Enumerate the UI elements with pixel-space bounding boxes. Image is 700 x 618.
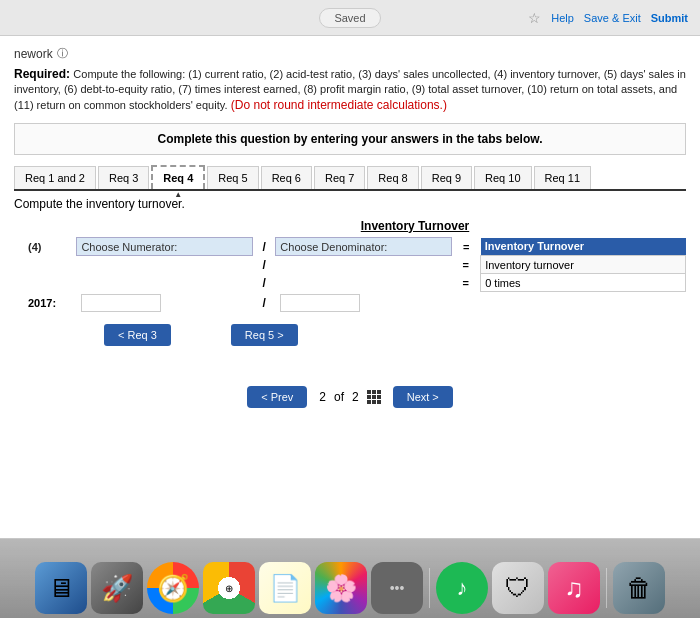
main-content: nework ⓘ Required: Compute the following… — [0, 36, 700, 538]
tab-req9[interactable]: Req 9 — [421, 166, 472, 189]
dock-safari[interactable]: 🧭 — [147, 562, 199, 614]
dock-launchpad[interactable]: 🚀 — [91, 562, 143, 614]
help-link[interactable]: Help — [551, 12, 574, 24]
equals-sign: = — [451, 238, 480, 256]
tab-req6[interactable]: Req 6 — [261, 166, 312, 189]
slash-year: / — [252, 292, 275, 314]
page-info: 2 of 2 — [319, 390, 380, 404]
result-unit: times — [494, 277, 520, 289]
page-of: of — [334, 390, 344, 404]
next-label: Next > — [407, 391, 439, 403]
req3-button[interactable]: < Req 3 — [104, 324, 171, 346]
inventory-section: Inventory Turnover (4) Choose Numerator:… — [24, 219, 686, 346]
tab-req7[interactable]: Req 7 — [314, 166, 365, 189]
grid-icon — [367, 390, 381, 404]
mac-dock: 🖥 🚀 🧭 ⊕ 📄 🌸 ••• ♪ 🛡 ♫ 🗑 — [0, 538, 700, 618]
tab-req5[interactable]: Req 5 — [207, 166, 258, 189]
result-value: 0 — [485, 277, 491, 289]
result-column-header: Inventory Turnover — [481, 238, 686, 256]
inventory-header: Inventory Turnover — [144, 219, 686, 233]
dock-more[interactable]: ••• — [371, 562, 423, 614]
page-total: 2 — [352, 390, 359, 404]
dock-notes[interactable]: 📄 — [259, 562, 311, 614]
browser-actions: ☆ Help Save & Exit Submit — [528, 10, 688, 26]
req5-label: Req 5 > — [245, 329, 284, 341]
prev-label: < Prev — [261, 391, 293, 403]
info-icon: ⓘ — [57, 46, 68, 61]
equals-3: = — [451, 274, 480, 292]
compute-label: Compute the inventory turnover. — [14, 197, 686, 211]
prev-button[interactable]: < Prev — [247, 386, 307, 408]
result-times: 0 times — [481, 274, 686, 292]
dock-music[interactable]: ♫ — [548, 562, 600, 614]
saved-badge: Saved — [319, 8, 380, 28]
dock-spotify[interactable]: ♪ — [436, 562, 488, 614]
dock-finder[interactable]: 🖥 — [35, 562, 87, 614]
save-exit-link[interactable]: Save & Exit — [584, 12, 641, 24]
req5-button[interactable]: Req 5 > — [231, 324, 298, 346]
tab-req10[interactable]: Req 10 — [474, 166, 531, 189]
choose-numerator-dropdown[interactable]: Choose Numerator: — [77, 238, 253, 256]
tab-req12[interactable]: Req 1 and 2 — [14, 166, 96, 189]
dock-separator-2 — [606, 568, 607, 608]
tab-req4[interactable]: Req 4 — [151, 165, 205, 189]
year-denominator-input[interactable] — [280, 294, 360, 312]
dock-trash[interactable]: 🗑 — [613, 562, 665, 614]
year-numerator-input[interactable] — [81, 294, 161, 312]
slash-2: / — [252, 256, 275, 274]
instruction-box: Complete this question by entering your … — [14, 123, 686, 155]
star-icon[interactable]: ☆ — [528, 10, 541, 26]
dock-chrome[interactable]: ⊕ — [203, 562, 255, 614]
tab-req11[interactable]: Req 11 — [534, 166, 591, 189]
required-title: Required: — [14, 67, 70, 81]
app-name: nework — [14, 47, 53, 61]
tabs-container: Req 1 and 2 Req 3 Req 4 Req 5 Req 6 Req … — [14, 165, 686, 191]
slash-divider: / — [252, 238, 275, 256]
table-row-3: / = 0 times — [24, 274, 686, 292]
tab-req8[interactable]: Req 8 — [367, 166, 418, 189]
required-highlight: (Do not round intermediate calculations.… — [231, 98, 447, 112]
slash-3: / — [252, 274, 275, 292]
row-number: (4) — [24, 238, 77, 256]
saved-label: Saved — [334, 12, 365, 24]
submit-link[interactable]: Submit — [651, 12, 688, 24]
dock-separator — [429, 568, 430, 608]
result-inventory-turnover: Inventory turnover — [481, 256, 686, 274]
required-section: Required: Compute the following: (1) cur… — [14, 67, 686, 113]
year-row: 2017: / — [24, 292, 686, 314]
table-header-row: (4) Choose Numerator: / Choose Denominat… — [24, 238, 686, 256]
choose-denominator-dropdown[interactable]: Choose Denominator: — [276, 238, 452, 256]
page-current: 2 — [319, 390, 326, 404]
instruction-text: Complete this question by entering your … — [158, 132, 543, 146]
inventory-table: (4) Choose Numerator: / Choose Denominat… — [24, 237, 686, 314]
year-label: 2017: — [24, 292, 77, 314]
req3-label: < Req 3 — [118, 329, 157, 341]
tab-req3[interactable]: Req 3 — [98, 166, 149, 189]
dock-photos[interactable]: 🌸 — [315, 562, 367, 614]
browser-bar: Saved ☆ Help Save & Exit Submit — [0, 0, 700, 36]
table-row-2: / = Inventory turnover — [24, 256, 686, 274]
dock-antivirus[interactable]: 🛡 — [492, 562, 544, 614]
next-button[interactable]: Next > — [393, 386, 453, 408]
equals-2: = — [451, 256, 480, 274]
